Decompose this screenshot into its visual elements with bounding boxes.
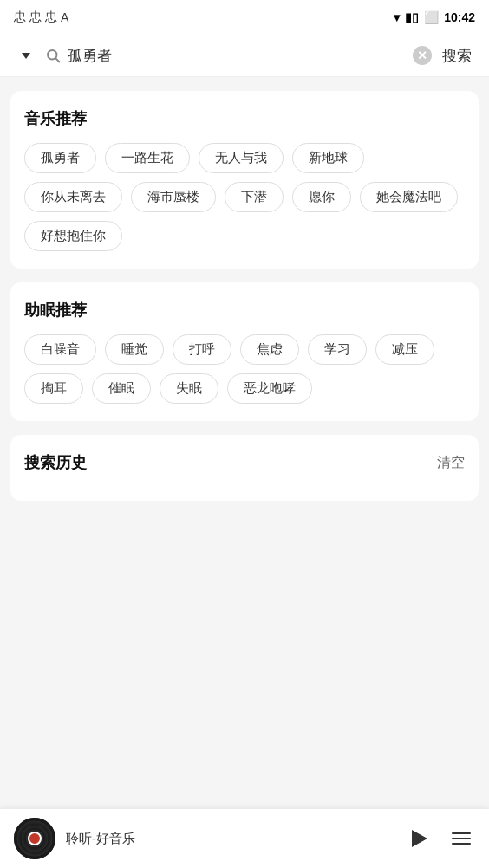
battery-indicator: ⬜ — [424, 10, 439, 24]
main-content: 音乐推荐 孤勇者 一路生花 无人与我 新地球 你从未离去 海市蜃楼 下潜 愿你 … — [0, 77, 489, 515]
music-tag-1[interactable]: 一路生花 — [105, 143, 190, 173]
play-icon — [412, 830, 427, 847]
history-title: 搜索历史 — [24, 452, 87, 473]
app-icon-2: 忠 — [29, 10, 42, 25]
status-icons: 忠 忠 忠 A — [14, 10, 68, 25]
clear-history-button[interactable]: 清空 — [437, 454, 465, 472]
music-tag-4[interactable]: 你从未离去 — [24, 182, 122, 212]
music-section: 音乐推荐 孤勇者 一路生花 无人与我 新地球 你从未离去 海市蜃楼 下潜 愿你 … — [10, 91, 479, 269]
playlist-line-3 — [452, 843, 471, 845]
sleep-tag-8[interactable]: 失眠 — [160, 373, 218, 404]
time-display: 10:42 — [444, 10, 475, 24]
playlist-button[interactable] — [447, 825, 475, 852]
search-input-wrap: ✕ — [68, 46, 432, 65]
sleep-tag-3[interactable]: 焦虑 — [240, 334, 299, 365]
music-tag-7[interactable]: 愿你 — [292, 182, 351, 212]
sleep-tag-7[interactable]: 催眠 — [92, 373, 151, 404]
app-icon-4: A — [61, 10, 68, 24]
sleep-tag-0[interactable]: 白噪音 — [24, 334, 96, 365]
clear-button[interactable]: ✕ — [413, 46, 432, 65]
status-bar: 忠 忠 忠 A ▾ ▮▯ ⬜ 10:42 — [0, 0, 489, 35]
music-tag-9[interactable]: 好想抱住你 — [24, 221, 122, 251]
sleep-tags: 白噪音 睡觉 打呼 焦虑 学习 减压 掏耳 催眠 失眠 恶龙咆哮 — [24, 334, 465, 404]
history-section: 搜索历史 清空 — [10, 435, 479, 501]
app-icon-1: 忠 — [14, 10, 26, 25]
dropdown-button[interactable] — [14, 43, 38, 68]
music-tag-6[interactable]: 下潜 — [225, 182, 284, 212]
player-info: 聆听-好音乐 — [66, 831, 392, 847]
sleep-tag-1[interactable]: 睡觉 — [105, 334, 164, 365]
svg-line-1 — [55, 58, 59, 62]
player-title: 聆听-好音乐 — [66, 831, 392, 847]
music-tags: 孤勇者 一路生花 无人与我 新地球 你从未离去 海市蜃楼 下潜 愿你 她会魔法吧… — [24, 143, 465, 251]
play-button[interactable] — [402, 823, 434, 854]
music-tag-0[interactable]: 孤勇者 — [24, 143, 96, 173]
chevron-down-icon — [22, 53, 30, 59]
sleep-section-title: 助眠推荐 — [24, 300, 465, 321]
sleep-section: 助眠推荐 白噪音 睡觉 打呼 焦虑 学习 减压 掏耳 催眠 失眠 恶龙咆哮 — [10, 282, 479, 421]
music-tag-3[interactable]: 新地球 — [292, 143, 364, 173]
app-icon-3: 忠 — [45, 10, 57, 25]
player-bar: 聆听-好音乐 — [0, 809, 489, 868]
music-tag-5[interactable]: 海市蜃楼 — [131, 182, 216, 212]
playlist-line-1 — [452, 832, 471, 834]
vinyl-center — [28, 832, 42, 845]
album-art — [14, 818, 55, 859]
signal-icon: ▮▯ — [405, 10, 419, 24]
sleep-tag-2[interactable]: 打呼 — [173, 334, 231, 365]
sleep-tag-9[interactable]: 恶龙咆哮 — [227, 373, 312, 404]
music-tag-8[interactable]: 她会魔法吧 — [360, 182, 458, 212]
search-button[interactable]: 搜索 — [439, 46, 475, 66]
search-bar: ✕ 搜索 — [0, 35, 489, 77]
vinyl-disc — [14, 818, 55, 859]
music-section-title: 音乐推荐 — [24, 108, 465, 129]
player-controls — [402, 823, 475, 854]
search-icon — [45, 48, 61, 63]
search-input[interactable] — [68, 47, 408, 64]
sleep-tag-6[interactable]: 掏耳 — [24, 373, 83, 404]
sleep-tag-5[interactable]: 减压 — [375, 334, 434, 365]
music-tag-2[interactable]: 无人与我 — [199, 143, 284, 173]
playlist-line-2 — [452, 838, 471, 839]
sleep-tag-4[interactable]: 学习 — [308, 334, 367, 365]
status-right: ▾ ▮▯ ⬜ 10:42 — [394, 10, 475, 24]
playlist-icon — [452, 832, 471, 845]
history-header: 搜索历史 清空 — [24, 452, 465, 473]
wifi-icon: ▾ — [394, 10, 400, 24]
